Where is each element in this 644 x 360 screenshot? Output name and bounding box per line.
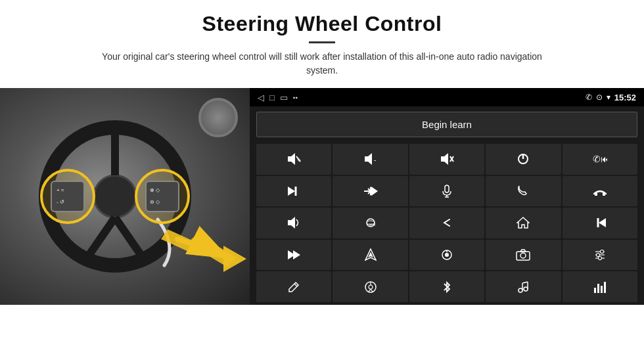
svg-line-75: [522, 282, 528, 283]
svg-point-54: [445, 253, 449, 257]
svg-point-67: [369, 285, 373, 289]
steering-bg: + ≈ - ↺ ⊕ ◇ ⊖ ◇: [0, 88, 250, 305]
svg-marker-30: [288, 187, 295, 196]
fast-fwd-button[interactable]: [256, 240, 331, 271]
svg-line-69: [369, 289, 371, 292]
cam360-button[interactable]: 360: [333, 208, 407, 238]
svg-rect-76: [594, 288, 596, 293]
square-icon[interactable]: ▭: [280, 93, 288, 102]
camera-button[interactable]: [486, 240, 561, 271]
svg-rect-78: [601, 286, 603, 293]
begin-learn-button[interactable]: Begin learn: [256, 112, 637, 137]
svg-marker-16: [223, 246, 246, 272]
svg-text:⊖  ◇: ⊖ ◇: [150, 199, 160, 205]
page-wrapper: Steering Wheel Control Your original car…: [0, 0, 644, 360]
call-button[interactable]: [486, 176, 561, 207]
svg-text:+  ≈: + ≈: [57, 187, 64, 193]
horn-button[interactable]: [256, 208, 331, 238]
svg-marker-17: [288, 153, 295, 165]
clock: 15:52: [614, 93, 636, 102]
svg-marker-46: [517, 217, 529, 228]
steering-button[interactable]: [333, 271, 407, 302]
watermark: Seicane: [417, 340, 476, 355]
signal-icon: ▪▪: [293, 94, 298, 101]
back-icon[interactable]: ◁: [258, 93, 264, 102]
status-right: ✆ ⊙ ▾ 15:52: [586, 93, 636, 102]
steering-wheel-image: + ≈ - ↺ ⊕ ◇ ⊖ ◇: [0, 88, 250, 305]
status-left: ◁ □ ▭ ▪▪: [258, 93, 298, 102]
vol-up-button[interactable]: +: [256, 144, 331, 175]
svg-point-72: [524, 287, 528, 291]
gear-icon[interactable]: ⚙: [624, 339, 636, 355]
hu-panel: ◁ □ ▭ ▪▪ ✆ ⊙ ▾ 15:52 Begin learn: [250, 88, 644, 305]
hang-up-button[interactable]: [563, 176, 637, 207]
svg-text:✆: ✆: [593, 154, 601, 164]
page-title: Steering Wheel Control: [26, 12, 618, 36]
svg-marker-58: [520, 250, 526, 252]
phone-status-icon: ✆: [586, 93, 592, 102]
svg-rect-10: [146, 181, 179, 212]
vol-down-button[interactable]: -: [333, 144, 407, 175]
nav-button[interactable]: [333, 240, 407, 271]
hu-panel-wrapper: ◁ □ ▭ ▪▪ ✆ ⊙ ▾ 15:52 Begin learn: [250, 88, 644, 360]
svg-rect-37: [445, 185, 449, 192]
svg-point-62: [596, 254, 599, 257]
svg-marker-50: [293, 250, 300, 259]
eq-button[interactable]: [563, 240, 637, 271]
svg-point-57: [520, 253, 526, 258]
svg-rect-77: [597, 284, 599, 293]
svg-point-71: [518, 288, 522, 292]
svg-rect-79: [604, 282, 606, 293]
svg-marker-23: [441, 153, 448, 165]
subtitle: Your original car's steering wheel contr…: [92, 50, 552, 78]
prev-prev-button[interactable]: [563, 208, 637, 238]
header-section: Steering Wheel Control Your original car…: [0, 0, 644, 83]
wifi-status-icon: ▾: [607, 93, 610, 102]
source-button[interactable]: [409, 240, 484, 271]
location-status-icon: ⊙: [596, 93, 603, 102]
mic-button[interactable]: [409, 176, 484, 207]
svg-line-65: [294, 284, 297, 286]
home-icon[interactable]: □: [269, 93, 275, 102]
back-button[interactable]: [409, 208, 484, 238]
svg-text:-  ↺: - ↺: [57, 199, 64, 205]
next-track-button[interactable]: [256, 176, 331, 207]
svg-marker-42: [288, 217, 295, 229]
svg-point-1: [94, 175, 136, 217]
svg-point-64: [598, 257, 601, 260]
content-area: + ≈ - ↺ ⊕ ◇ ⊖ ◇: [0, 88, 644, 360]
svg-point-63: [600, 250, 603, 254]
title-divider: [309, 41, 335, 43]
prev-track-end-button[interactable]: ✆⏮: [563, 144, 637, 175]
svg-rect-41: [603, 192, 605, 196]
svg-marker-47: [599, 218, 606, 227]
controls-grid: + - ✆⏮: [250, 143, 644, 305]
ff-prev-button[interactable]: [333, 176, 407, 207]
svg-rect-7: [51, 181, 84, 212]
svg-line-3: [89, 217, 115, 256]
svg-rect-40: [595, 192, 597, 196]
mute-button[interactable]: [409, 144, 484, 175]
svg-line-4: [115, 217, 141, 256]
svg-text:+: +: [297, 156, 301, 164]
home-button[interactable]: [486, 208, 561, 238]
svg-text:⏮: ⏮: [601, 154, 607, 164]
svg-text:⊕  ◇: ⊕ ◇: [150, 187, 160, 193]
begin-learn-row: Begin learn: [250, 106, 644, 143]
steering-wheel-svg: + ≈ - ↺ ⊕ ◇ ⊖ ◇: [0, 88, 250, 305]
eq-bars-button[interactable]: [563, 271, 637, 302]
svg-text:-: -: [374, 156, 376, 164]
svg-marker-21: [365, 153, 372, 165]
power-button[interactable]: [486, 144, 561, 175]
status-bar: ◁ □ ▭ ▪▪ ✆ ⊙ ▾ 15:52: [250, 88, 644, 106]
svg-text:360: 360: [369, 223, 376, 227]
music-button[interactable]: [486, 271, 561, 302]
svg-line-70: [371, 289, 373, 292]
bluetooth-button[interactable]: [409, 271, 484, 302]
pen-button[interactable]: [256, 271, 331, 302]
